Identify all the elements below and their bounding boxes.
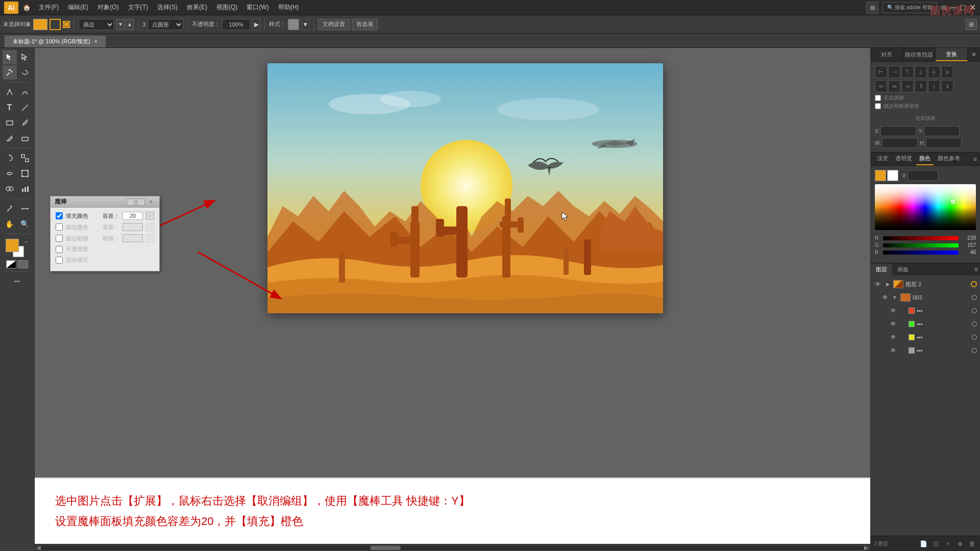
color-refs-tab[interactable]: 颜色参考 (935, 153, 963, 165)
blend-checkbox[interactable] (56, 257, 63, 264)
layer-003-vis-icon[interactable]: 👁 (881, 293, 889, 302)
layer-row-2[interactable]: 👁 ▶ 图层 2 (871, 278, 980, 291)
h-input[interactable] (926, 138, 962, 148)
layer-sub4-row[interactable]: 👁 ••• (871, 344, 980, 357)
menu-help[interactable]: 帮助(H) (274, 2, 303, 13)
dist-center-v-icon[interactable]: ↕ (928, 80, 940, 92)
layers-new-layer-icon[interactable]: 📄 (919, 539, 928, 548)
swap-colors-icon[interactable]: ↔ (24, 239, 29, 244)
colors-tab[interactable]: 颜色 (916, 153, 934, 165)
transform-checkbox-2[interactable] (875, 103, 881, 109)
layer-sub2-row[interactable]: 👁 ••• (871, 317, 980, 331)
layer-sub1-row[interactable]: 👁 ••• (871, 304, 980, 317)
layers-add-icon[interactable]: ＋ (943, 539, 952, 548)
layer-sub4-dot[interactable] (972, 348, 977, 353)
magic-wand-tool[interactable] (3, 65, 17, 80)
fill-tolerance-input[interactable] (122, 212, 143, 220)
layers-delete-icon[interactable]: 🗑 (968, 539, 977, 548)
document-tab[interactable]: 未标题-1* @ 100% (RGB/预览) × (4, 35, 106, 47)
horizontal-scrollbar-thumb[interactable] (370, 546, 401, 550)
r-slider[interactable] (883, 236, 959, 240)
selection-tool[interactable] (3, 50, 17, 64)
menu-edit[interactable]: 编辑(E) (64, 2, 92, 13)
hand-tool[interactable]: ✋ (3, 217, 17, 231)
opacity-dropdown[interactable]: ▶ (252, 19, 260, 30)
w-input[interactable] (882, 138, 918, 148)
stroke-width-checkbox[interactable] (56, 235, 63, 242)
menu-view[interactable]: 视图(Q) (212, 2, 241, 13)
color-mode-icon[interactable] (63, 21, 70, 28)
color-spectrum[interactable] (875, 184, 976, 230)
scroll-left-btn[interactable]: ◀ (37, 545, 41, 550)
direct-selection-tool[interactable] (18, 50, 32, 64)
curvature-tool[interactable] (18, 85, 32, 99)
brush-mode-select[interactable]: 插边 (79, 19, 114, 30)
panel-minimize-btn[interactable]: ─ (127, 198, 135, 206)
rect-tool[interactable] (3, 116, 17, 130)
stroke-tolerance-input[interactable] (122, 223, 143, 231)
dist-bottom-icon[interactable]: ⇓ (941, 80, 953, 92)
y-input[interactable] (924, 126, 960, 136)
layer-2-vis-icon[interactable]: 👁 (874, 280, 882, 288)
fg-color-display[interactable] (875, 170, 886, 181)
opacity-input[interactable] (222, 19, 250, 30)
layer-sub1-dot[interactable] (972, 308, 977, 313)
dist-top-icon[interactable]: ⇑ (915, 80, 927, 92)
lasso-tool[interactable] (18, 65, 32, 80)
shape-builder-tool[interactable] (3, 182, 17, 196)
canvas-scroll[interactable]: 魔棒 ─ ✕ ≡ 填充颜色 容差： ▶ (35, 48, 870, 478)
b-slider[interactable] (883, 251, 959, 255)
brush-size-down[interactable]: ▼ (116, 19, 125, 30)
warp-tool[interactable] (3, 166, 17, 181)
preferences-btn[interactable]: 首选项 (352, 19, 378, 30)
rpanel-tab-transform[interactable]: 变换 (936, 48, 968, 61)
layer-sub1-vis[interactable]: 👁 (889, 307, 897, 315)
color-mode-btn[interactable] (18, 260, 28, 268)
layers-copy-icon[interactable]: ⊕ (955, 539, 965, 548)
scale-tool[interactable] (18, 151, 32, 165)
stroke-color-checkbox[interactable] (56, 223, 63, 231)
line-tool[interactable] (18, 101, 32, 115)
g-slider[interactable] (883, 243, 959, 247)
align-center-v-icon[interactable]: ┼ (928, 66, 940, 78)
layers-panel-menu[interactable]: ≡ (972, 264, 980, 276)
rpanel-tab-pathfinder[interactable]: 路径查找器 (903, 48, 935, 61)
shape-type-select[interactable]: 点圆形 (148, 19, 183, 30)
layer-2-color-dot[interactable] (971, 281, 977, 287)
rpanel-close-btn[interactable]: ✕ (968, 48, 980, 61)
layers-make-clip-icon[interactable]: ⊡ (931, 539, 940, 548)
style-dropdown[interactable]: ▼ (301, 19, 309, 30)
align-right-icon[interactable]: ⊤ (901, 66, 914, 78)
paintbrush-tool[interactable] (18, 116, 32, 130)
colors-panel-menu[interactable]: ≡ (973, 156, 977, 163)
panel-menu-btn[interactable]: ≡ (147, 198, 155, 206)
more-tools-btn[interactable]: ••• (7, 274, 28, 288)
dist-right-icon[interactable]: ⇒ (901, 80, 914, 92)
fill-color-checkbox[interactable] (56, 212, 63, 219)
maximize-btn[interactable]: □ (960, 3, 965, 12)
menu-effect[interactable]: 效果(E) (183, 2, 211, 13)
dist-left-icon[interactable]: ⇐ (875, 80, 887, 92)
home-button[interactable]: 🏠 (19, 1, 34, 15)
fg-color-swatch[interactable] (6, 239, 19, 252)
pencil-tool[interactable] (3, 131, 17, 145)
doc-settings-btn[interactable]: 文档设置 (318, 19, 350, 30)
layer-sub4-vis[interactable]: 👁 (889, 346, 897, 355)
menu-window[interactable]: 窗口(W) (242, 2, 273, 13)
align-left-icon[interactable]: ⊢ (875, 66, 887, 78)
view-mode-btn[interactable]: ▤ (866, 2, 878, 14)
layer-sub2-vis[interactable]: 👁 (889, 320, 897, 328)
measure-tool[interactable] (18, 202, 32, 216)
eraser-tool[interactable] (18, 131, 32, 145)
rotate-tool[interactable] (3, 151, 17, 165)
zoom-tool[interactable]: 🔍 (18, 217, 32, 231)
menu-file[interactable]: 文件(F) (35, 2, 63, 13)
layer-003-color-dot[interactable] (972, 295, 977, 300)
search-bar[interactable]: 🔍 搜索 adobe 帮助 (883, 2, 937, 13)
brush-size-up[interactable]: ▲ (126, 19, 134, 30)
horizontal-scrollbar-track[interactable] (41, 546, 864, 550)
color-picker-dot[interactable] (951, 199, 955, 204)
stroke-width-input[interactable] (122, 234, 143, 242)
fill-tolerance-expand[interactable]: ▶ (146, 212, 154, 220)
eyedropper-tool[interactable] (3, 202, 17, 216)
